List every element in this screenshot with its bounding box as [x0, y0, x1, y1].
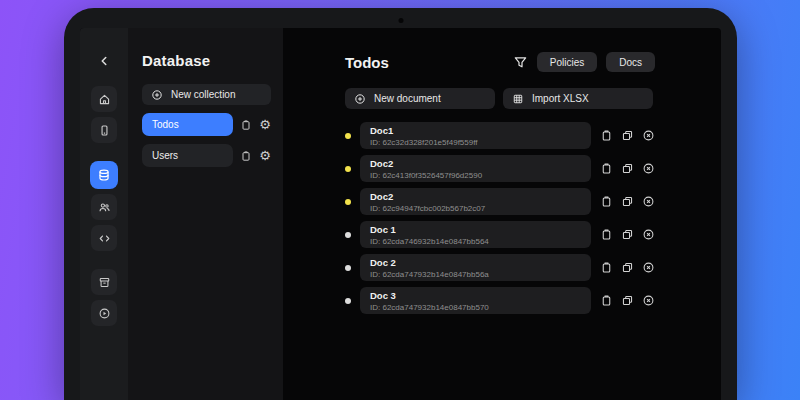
- clipboard-icon: [240, 150, 252, 162]
- sidebar-item-platforms[interactable]: [91, 117, 117, 143]
- users-icon: [98, 201, 111, 214]
- collection-settings-button[interactable]: ⚙: [259, 118, 271, 131]
- clipboard-icon: [600, 294, 613, 307]
- collections-panel: Database New collection Todos ⚙ Users ⚙: [128, 28, 283, 400]
- functions-icon: [98, 307, 111, 320]
- sidebar-item-database[interactable]: [90, 161, 118, 189]
- document-name: Doc 2: [370, 258, 581, 268]
- sidebar-item-home[interactable]: [91, 86, 117, 112]
- copy-id-button[interactable]: [600, 261, 613, 274]
- sidebar-item-webhooks[interactable]: [91, 300, 117, 326]
- copy-id-button[interactable]: [600, 294, 613, 307]
- new-collection-label: New collection: [171, 89, 235, 100]
- copy-id-button[interactable]: [600, 228, 613, 241]
- delete-circle-icon: [642, 129, 655, 142]
- document-card[interactable]: Doc 1 ID: 62cda746932b14e0847bb564: [360, 221, 591, 248]
- status-dot: [345, 232, 351, 238]
- collection-row: Todos ⚙: [142, 113, 271, 136]
- chevron-left-icon: [97, 54, 111, 68]
- document-row-actions: [600, 294, 655, 307]
- sidebar-item-users[interactable]: [91, 194, 117, 220]
- delete-document-button[interactable]: [642, 261, 655, 274]
- duplicate-document-button[interactable]: [621, 228, 634, 241]
- copy-id-button[interactable]: [600, 162, 613, 175]
- funnel-icon: [513, 55, 528, 70]
- delete-circle-icon: [642, 294, 655, 307]
- duplicate-icon: [621, 129, 634, 142]
- document-id: ID: 62cda747932b14e0847bb56a: [370, 270, 581, 279]
- collection-row: Users ⚙: [142, 144, 271, 167]
- duplicate-document-button[interactable]: [621, 162, 634, 175]
- duplicate-document-button[interactable]: [621, 261, 634, 274]
- back-button[interactable]: [97, 54, 111, 70]
- document-id: ID: 62cda747932b14e0847bb570: [370, 303, 581, 312]
- clipboard-icon: [600, 162, 613, 175]
- document-row-actions: [600, 195, 655, 208]
- copy-id-button[interactable]: [600, 129, 613, 142]
- duplicate-document-button[interactable]: [621, 195, 634, 208]
- document-row-actions: [600, 162, 655, 175]
- clipboard-icon: [240, 119, 252, 131]
- laptop-frame: Database New collection Todos ⚙ Users ⚙ …: [64, 8, 737, 400]
- document-card[interactable]: Doc2 ID: 62c413f0f3526457f96d2590: [360, 155, 591, 182]
- copy-id-button[interactable]: [600, 195, 613, 208]
- delete-document-button[interactable]: [642, 228, 655, 241]
- document-card[interactable]: Doc 3 ID: 62cda747932b14e0847bb570: [360, 287, 591, 314]
- page-title: Todos: [345, 54, 389, 71]
- sidebar-item-storage[interactable]: [91, 269, 117, 295]
- status-dot: [345, 265, 351, 271]
- plus-circle-icon: [354, 93, 366, 105]
- storage-icon: [98, 276, 111, 289]
- copy-collection-button[interactable]: [240, 150, 252, 162]
- new-collection-button[interactable]: New collection: [142, 84, 271, 105]
- policies-button[interactable]: Policies: [537, 52, 597, 72]
- sidebar-item-functions-code[interactable]: [91, 225, 117, 251]
- delete-document-button[interactable]: [642, 195, 655, 208]
- document-name: Doc2: [370, 159, 581, 169]
- document-name: Doc2: [370, 192, 581, 202]
- document-row: Doc 3 ID: 62cda747932b14e0847bb570: [345, 287, 655, 314]
- clipboard-icon: [600, 129, 613, 142]
- new-document-button[interactable]: New document: [345, 88, 495, 109]
- home-icon: [98, 93, 111, 106]
- document-card[interactable]: Doc1 ID: 62c32d328f201e5f49f559ff: [360, 122, 591, 149]
- panel-title: Database: [142, 52, 271, 69]
- delete-circle-icon: [642, 261, 655, 274]
- document-card[interactable]: Doc2 ID: 62c94947fcbc002b567b2c07: [360, 188, 591, 215]
- status-dot: [345, 199, 351, 205]
- delete-document-button[interactable]: [642, 162, 655, 175]
- webcam-dot: [398, 18, 403, 23]
- docs-button[interactable]: Docs: [606, 52, 655, 72]
- plus-circle-icon: [151, 89, 163, 101]
- delete-circle-icon: [642, 195, 655, 208]
- delete-circle-icon: [642, 162, 655, 175]
- collection-item-todos[interactable]: Todos: [142, 113, 233, 136]
- document-row: Doc2 ID: 62c94947fcbc002b567b2c07: [345, 188, 655, 215]
- import-xlsx-button[interactable]: Import XLSX: [503, 88, 653, 109]
- status-dot: [345, 166, 351, 172]
- import-xlsx-label: Import XLSX: [532, 93, 589, 104]
- duplicate-icon: [621, 195, 634, 208]
- clipboard-icon: [600, 228, 613, 241]
- clipboard-icon: [600, 195, 613, 208]
- filter-button[interactable]: [513, 55, 528, 70]
- document-row-actions: [600, 129, 655, 142]
- collection-settings-button[interactable]: ⚙: [259, 149, 271, 162]
- document-row: Doc2 ID: 62c413f0f3526457f96d2590: [345, 155, 655, 182]
- delete-document-button[interactable]: [642, 129, 655, 142]
- database-icon: [97, 168, 111, 182]
- clipboard-icon: [600, 261, 613, 274]
- copy-collection-button[interactable]: [240, 119, 252, 131]
- document-actions-row: New document Import XLSX: [345, 88, 655, 109]
- status-dot: [345, 298, 351, 304]
- duplicate-icon: [621, 294, 634, 307]
- collection-item-users[interactable]: Users: [142, 144, 233, 167]
- table-grid-icon: [512, 93, 524, 105]
- duplicate-document-button[interactable]: [621, 129, 634, 142]
- main-header: Todos Policies Docs: [345, 52, 655, 72]
- delete-document-button[interactable]: [642, 294, 655, 307]
- icon-sidebar: [80, 28, 128, 400]
- duplicate-document-button[interactable]: [621, 294, 634, 307]
- document-card[interactable]: Doc 2 ID: 62cda747932b14e0847bb56a: [360, 254, 591, 281]
- document-id: ID: 62c94947fcbc002b567b2c07: [370, 204, 581, 213]
